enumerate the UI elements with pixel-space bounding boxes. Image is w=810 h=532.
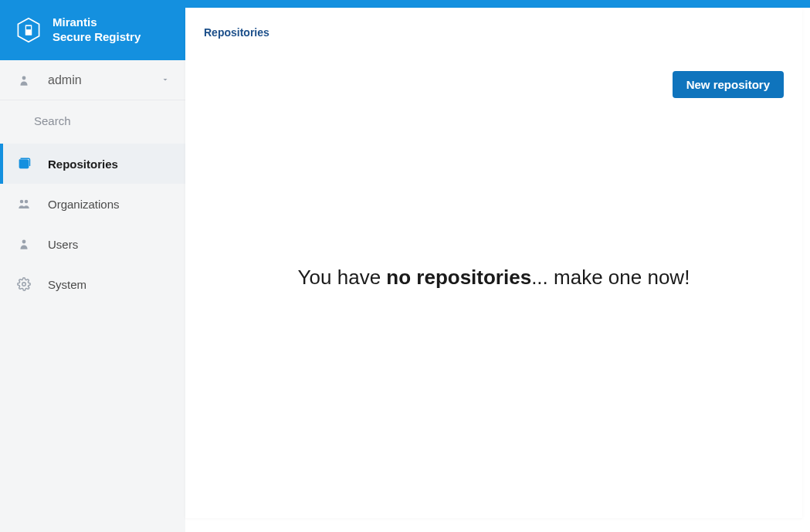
svg-point-6 <box>20 200 24 204</box>
breadcrumb-current[interactable]: Repositories <box>204 26 269 39</box>
nav-item-users[interactable]: Users <box>0 224 185 264</box>
nav-item-repositories[interactable]: Repositories <box>0 144 185 184</box>
new-repository-button[interactable]: New repository <box>673 71 784 98</box>
brand-line1: Mirantis <box>53 15 141 30</box>
empty-state-text: You have no repositories... make one now… <box>298 266 690 290</box>
svg-point-3 <box>22 76 26 80</box>
svg-point-7 <box>25 200 29 204</box>
svg-point-8 <box>22 240 26 244</box>
svg-rect-2 <box>26 26 31 29</box>
topbar-accent <box>185 0 810 8</box>
svg-point-9 <box>22 283 26 286</box>
repositories-icon <box>17 157 31 171</box>
organizations-icon <box>17 197 31 211</box>
sidebar: Mirantis Secure Registry admin <box>0 0 185 532</box>
app-root: Mirantis Secure Registry admin <box>0 0 810 532</box>
hexagon-logo-icon <box>15 17 42 43</box>
empty-suffix: ... make one now! <box>531 266 690 289</box>
nav-label-repositories: Repositories <box>48 158 118 171</box>
gear-icon <box>17 277 31 291</box>
breadcrumb: Repositories <box>185 8 802 53</box>
empty-bold: no repositories <box>386 266 531 289</box>
empty-prefix: You have <box>298 266 387 289</box>
user-dropdown[interactable]: admin <box>0 60 185 100</box>
nav-label-system: System <box>48 278 86 291</box>
nav-label-organizations: Organizations <box>48 198 120 211</box>
nav-label-users: Users <box>48 238 78 251</box>
nav-item-organizations[interactable]: Organizations <box>0 184 185 224</box>
nav-list: Repositories Organizations Users System <box>0 144 185 304</box>
user-name: admin <box>48 73 82 87</box>
search-input[interactable] <box>34 114 181 127</box>
content-panel: Repositories New repository You have no … <box>185 8 802 518</box>
user-icon <box>17 73 31 87</box>
chevron-down-icon <box>161 73 170 87</box>
empty-state: You have no repositories... make one now… <box>185 98 802 518</box>
brand-title: Mirantis Secure Registry <box>53 15 141 45</box>
action-bar: New repository <box>185 53 802 98</box>
brand-header: Mirantis Secure Registry <box>0 0 185 60</box>
nav-item-system[interactable]: System <box>0 264 185 304</box>
main: Repositories New repository You have no … <box>185 0 810 532</box>
search-row <box>0 100 185 141</box>
brand-line2: Secure Registry <box>53 30 141 45</box>
users-icon <box>17 237 31 251</box>
